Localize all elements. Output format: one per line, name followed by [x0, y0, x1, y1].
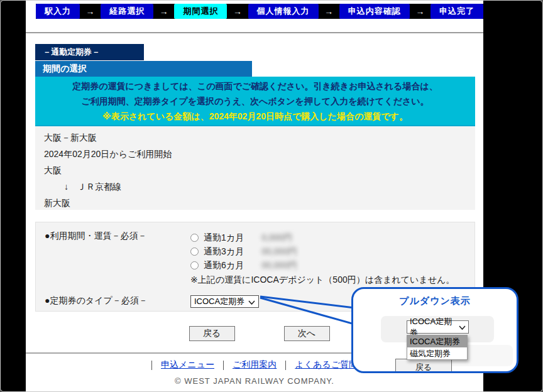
notice-line-3: ※表示されている金額は、2024年02月20日時点で購入した場合の運賃です。: [35, 109, 475, 124]
step-confirm: 申込内容確認: [339, 4, 410, 19]
callout-pointer-lines: [255, 291, 354, 327]
period-options: 通勤1カ月 0,000円 通勤3カ月 00,000円 通勤6カ月 00,000円: [190, 231, 454, 286]
footer-link-faq[interactable]: よくあるご質問: [295, 359, 358, 371]
page-title: 期間の選択: [35, 61, 252, 77]
radio-button-icon[interactable]: [190, 248, 199, 256]
divider: [26, 32, 483, 33]
chevron-down-icon: [459, 322, 466, 332]
step-station-input: 駅入力: [36, 4, 80, 19]
radio-label-6month: 通勤6カ月: [204, 258, 244, 272]
arrow-right-icon: →: [410, 4, 431, 19]
footer-link-guide[interactable]: ご利用案内: [233, 359, 277, 371]
step-period-select-active: 期間選択: [174, 4, 227, 19]
radio-button-icon[interactable]: [190, 261, 199, 270]
next-button[interactable]: 次へ: [284, 326, 330, 341]
callout-title: プルダウン表示: [353, 295, 517, 307]
radio-button-icon[interactable]: [190, 234, 199, 242]
route-to-station: 新大阪: [44, 195, 475, 211]
masked-price-6month: 00,000円: [261, 258, 297, 272]
radio-row-6month[interactable]: 通勤6カ月 00,000円: [190, 258, 454, 272]
radio-row-1month[interactable]: 通勤1カ月 0,000円: [190, 231, 454, 244]
pass-type-label: ●定期券のタイプ－必須－: [45, 295, 190, 308]
radio-label-1month: 通勤1カ月: [204, 231, 244, 244]
route-summary-panel: 大阪－新大阪 2024年02月20日からご利用開始 大阪 ↓ ＪＲ京都線 新大阪: [35, 126, 475, 210]
arrow-right-icon: →: [153, 4, 174, 19]
step-complete: 申込完了: [431, 4, 483, 19]
callout-option-magnetic: 磁気定期券: [407, 347, 467, 359]
notice-banner: 定期券の運賃につきましては、この画面でご確認ください。引き続きお申込される場合は…: [35, 77, 475, 126]
pass-type-select[interactable]: ICOCA定期券: [190, 295, 259, 308]
notice-line-2: ご利用期間、定期券タイプを選択のうえ、次へボタンを押して入力を続けてください。: [35, 94, 475, 109]
arrow-right-icon: →: [227, 4, 248, 19]
deposit-note: ※上記の運賃にICOCAデポジット（500円）は含まれていません。: [190, 273, 454, 286]
pass-type-selected-value: ICOCA定期券: [194, 296, 244, 307]
footer-link-menu[interactable]: 申込メニュー: [161, 359, 214, 371]
radio-row-3month[interactable]: 通勤3カ月 00,000円: [190, 244, 454, 258]
radio-label-3month: 通勤3カ月: [204, 244, 244, 258]
masked-price-1month: 0,000円: [261, 231, 292, 244]
callout-dropdown-list: ICOCA定期券 磁気定期券: [407, 335, 468, 360]
ticket-type-header: －通勤定期券－: [35, 44, 144, 60]
copyright: © WEST JAPAN RAILWAY COMPANY.: [26, 376, 483, 386]
route-start-date: 2024年02月20日からご利用開始: [44, 146, 475, 162]
arrow-right-icon: →: [80, 4, 101, 19]
masked-price-3month: 00,000円: [261, 244, 297, 258]
callout-pass-type-select: ICOCA定期券: [407, 320, 469, 334]
separator: [223, 361, 224, 370]
pulldown-callout-bubble: プルダウン表示 戻る ICOCA定期券 ICOCA定期券 磁気定期券: [351, 287, 518, 373]
step-nav: 駅入力 → 経路選択 → 期間選択 → 個人情報入力 → 申込内容確認 → 申込…: [36, 4, 483, 19]
route-section: 大阪－新大阪: [44, 129, 475, 146]
period-fare-label: ●利用期間・運賃－必須－: [45, 231, 190, 286]
separator: [151, 361, 152, 370]
step-route-select: 経路選択: [101, 4, 153, 19]
step-personal-info: 個人情報入力: [248, 4, 319, 19]
route-from-station: 大阪: [44, 162, 475, 178]
notice-line-1: 定期券の運賃につきましては、この画面でご確認ください。引き続きお申込される場合は…: [35, 79, 475, 94]
arrow-right-icon: →: [319, 4, 339, 19]
back-button[interactable]: 戻る: [189, 326, 235, 341]
callout-back-button-snippet: 戻る: [395, 359, 452, 373]
chevron-down-icon: [248, 297, 255, 307]
separator: [285, 361, 286, 370]
callout-option-icoca: ICOCA定期券: [407, 335, 467, 347]
route-line-name: ↓ ＪＲ京都線: [44, 178, 475, 195]
screenshot-frame: 駅入力 → 経路選択 → 期間選択 → 個人情報入力 → 申込内容確認 → 申込…: [0, 0, 543, 392]
